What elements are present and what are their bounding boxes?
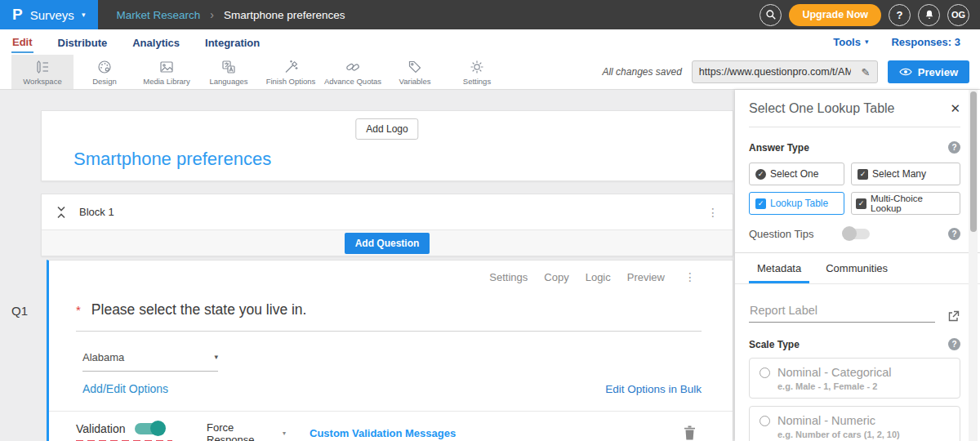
question-copy-link[interactable]: Copy bbox=[544, 271, 568, 283]
question-preview-link[interactable]: Preview bbox=[627, 271, 665, 283]
tool-label: Design bbox=[92, 77, 117, 86]
radio-icon bbox=[760, 416, 770, 426]
tools-menu[interactable]: Tools ▾ bbox=[833, 36, 868, 48]
add-question-button[interactable]: Add Question bbox=[345, 233, 430, 254]
tab-communities[interactable]: Communities bbox=[817, 253, 896, 283]
tab-edit[interactable]: Edit bbox=[11, 32, 33, 53]
delete-question-button[interactable] bbox=[684, 425, 696, 440]
tool-variables[interactable]: Variables bbox=[384, 55, 446, 89]
tool-design[interactable]: Design bbox=[74, 55, 136, 89]
answer-type-lookup-table[interactable]: ✓ Lookup Table bbox=[749, 192, 844, 215]
scale-option-nominal-categorical[interactable]: Nominal - Categorical e.g. Male - 1, Fem… bbox=[749, 358, 960, 399]
question-tips-toggle[interactable] bbox=[844, 229, 870, 239]
chevron-down-icon: ▾ bbox=[82, 11, 86, 19]
dropdown-selected-value: Alabama bbox=[82, 351, 124, 363]
question-menu-icon[interactable]: ⋮ bbox=[684, 270, 696, 283]
close-icon[interactable]: ✕ bbox=[950, 101, 960, 116]
panel-tabs: Metadata Communities bbox=[735, 253, 980, 284]
question-logic-link[interactable]: Logic bbox=[586, 271, 611, 283]
tool-workspace[interactable]: Workspace bbox=[11, 55, 74, 89]
answer-type-row: Answer Type ? bbox=[749, 141, 960, 154]
question-actions: Settings Copy Logic Preview ⋮ bbox=[49, 261, 733, 283]
main-nav: Edit Distribute Analytics Integration To… bbox=[0, 29, 980, 55]
surveys-product-menu[interactable]: P Surveys ▾ bbox=[0, 0, 98, 29]
collapse-block-icon[interactable] bbox=[56, 205, 67, 220]
answer-type-label: Select One bbox=[770, 168, 818, 180]
help-icon[interactable]: ? bbox=[948, 338, 960, 350]
chain-links-icon bbox=[345, 59, 361, 75]
scale-option-example: e.g. Male - 1, Female - 2 bbox=[777, 381, 950, 391]
validation-group: Validation bbox=[76, 422, 172, 441]
help-icon[interactable]: ? bbox=[948, 228, 960, 240]
tab-integration[interactable]: Integration bbox=[204, 33, 261, 52]
answer-type-multi-choice-lookup[interactable]: ✓ Multi-Choice Lookup bbox=[851, 192, 960, 215]
breadcrumb-parent-link[interactable]: Market Research bbox=[116, 9, 200, 21]
tag-icon bbox=[407, 59, 423, 75]
top-bar-actions: Upgrade Now ? OG bbox=[760, 4, 980, 26]
answer-dropdown[interactable]: Alabama ▾ bbox=[82, 351, 218, 372]
tool-media-library[interactable]: Media Library bbox=[136, 55, 198, 89]
answer-type-label: Select Many bbox=[872, 168, 926, 180]
custom-validation-messages-link[interactable]: Custom Validation Messages bbox=[310, 427, 456, 439]
toolbar-right: All changes saved ✎ Preview bbox=[602, 55, 980, 89]
square-check-icon: ✓ bbox=[858, 169, 868, 180]
required-asterisk: * bbox=[76, 303, 81, 317]
scale-type-row: Scale Type ? bbox=[749, 338, 960, 350]
tab-distribute[interactable]: Distribute bbox=[57, 33, 109, 52]
notifications-button[interactable] bbox=[918, 4, 940, 26]
questionpro-logo: P bbox=[12, 6, 23, 24]
tool-finish-options[interactable]: Finish Options bbox=[260, 55, 322, 89]
force-response-value: Force Response bbox=[207, 421, 283, 441]
avatar[interactable]: OG bbox=[947, 4, 969, 26]
palette-icon bbox=[96, 59, 113, 75]
add-edit-options-link[interactable]: Add/Edit Options bbox=[82, 382, 168, 395]
validation-row: Validation Force Response ▾ Custom Valid… bbox=[49, 412, 733, 441]
scrollbar-thumb[interactable] bbox=[970, 91, 977, 232]
answer-type-select-one[interactable]: ✓ Select One bbox=[749, 163, 844, 185]
survey-url-input[interactable] bbox=[693, 61, 854, 82]
product-label: Surveys bbox=[30, 8, 74, 22]
question-tips-label: Question Tips bbox=[749, 228, 814, 240]
edit-options-in-bulk-link[interactable]: Edit Options in Bulk bbox=[605, 383, 702, 395]
preview-button[interactable]: Preview bbox=[888, 60, 969, 83]
help-icon[interactable]: ? bbox=[948, 141, 960, 154]
external-link-icon[interactable] bbox=[947, 310, 960, 323]
force-response-dropdown[interactable]: Force Response ▾ bbox=[207, 421, 286, 441]
block-strip: Add Question bbox=[42, 230, 733, 256]
question-text[interactable]: Please select the state you live in. bbox=[91, 301, 307, 318]
help-button[interactable]: ? bbox=[889, 4, 911, 26]
tool-settings[interactable]: Settings bbox=[446, 55, 508, 89]
nav-right: Tools ▾ Responses: 3 bbox=[833, 36, 969, 48]
panel-header: Select One Lookup Table ✕ bbox=[749, 101, 960, 116]
tab-metadata[interactable]: Metadata bbox=[749, 253, 809, 283]
upgrade-now-button[interactable]: Upgrade Now bbox=[789, 4, 881, 26]
question-card: Settings Copy Logic Preview ⋮ * Please s… bbox=[47, 260, 733, 441]
answer-type-grid: ✓ Select One ✓ Select Many ✓ Lookup Tabl… bbox=[749, 163, 960, 215]
block-title[interactable]: Block 1 bbox=[79, 206, 114, 218]
answer-type-select-many[interactable]: ✓ Select Many bbox=[851, 163, 960, 185]
validation-toggle[interactable] bbox=[135, 423, 164, 434]
survey-title[interactable]: Smartphone preferences bbox=[74, 149, 271, 170]
search-button[interactable] bbox=[760, 4, 782, 26]
question-settings-link[interactable]: Settings bbox=[489, 271, 528, 283]
toggle-knob bbox=[150, 421, 166, 436]
validation-label: Validation bbox=[76, 422, 125, 435]
edit-url-icon[interactable]: ✎ bbox=[854, 61, 877, 82]
responses-link[interactable]: Responses: 3 bbox=[891, 36, 960, 48]
block-menu-icon[interactable]: ⋮ bbox=[707, 206, 719, 219]
bell-icon bbox=[924, 9, 935, 20]
report-label-row bbox=[749, 304, 960, 323]
radio-icon bbox=[760, 368, 770, 378]
save-status: All changes saved bbox=[602, 66, 681, 78]
tool-languages[interactable]: Languages bbox=[198, 55, 260, 89]
add-logo-button[interactable]: Add Logo bbox=[355, 118, 418, 140]
panel-scrollbar[interactable] bbox=[969, 90, 978, 441]
eye-icon bbox=[899, 67, 912, 77]
report-label-input[interactable] bbox=[749, 304, 935, 323]
block-header: Block 1 ⋮ bbox=[42, 194, 733, 230]
gear-icon bbox=[469, 59, 485, 75]
tool-advance-quotas[interactable]: Advance Quotas bbox=[322, 55, 384, 89]
scale-option-nominal-numeric[interactable]: Nominal - Numeric e.g. Number of cars (1… bbox=[749, 406, 960, 441]
tab-analytics[interactable]: Analytics bbox=[131, 33, 180, 52]
preview-label: Preview bbox=[918, 66, 958, 78]
